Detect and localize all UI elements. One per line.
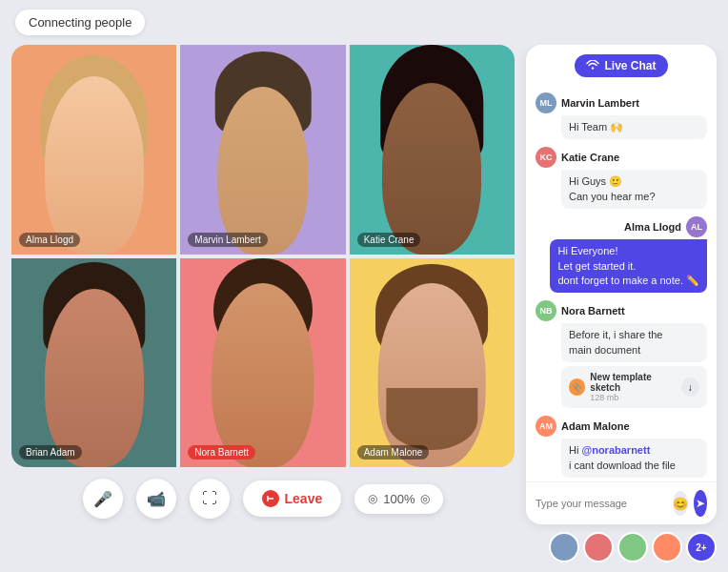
video-bg-alma	[11, 45, 176, 255]
video-button[interactable]: 📹	[136, 479, 176, 519]
leave-label: Leave	[285, 491, 323, 506]
msg-adam: AM Adam Malone Hi @norabarnetti cant dow…	[536, 416, 707, 478]
camera-icon: 📹	[147, 490, 166, 508]
send-button[interactable]: ➤	[694, 490, 707, 517]
chat-input[interactable]	[536, 498, 667, 509]
sender-katie: Katie Crane	[561, 152, 619, 163]
strip-avatar-4[interactable]	[652, 532, 682, 562]
zoom-out-icon: ◎	[368, 492, 377, 505]
live-chat-badge: Live Chat	[575, 54, 667, 77]
leave-icon	[262, 490, 279, 507]
video-bg-brian	[11, 258, 176, 468]
toolbar: 🎤 📹 ⛶ Leave ◎ 100% ◎	[11, 467, 515, 532]
msg-header-alma: AL Alma Llogd	[624, 216, 707, 237]
strip-more[interactable]: 2+	[686, 532, 717, 562]
video-cell-alma: Alma Llogd	[11, 45, 176, 255]
chat-messages: ML Marvin Lambert Hi Team 🙌 KC Katie Cra…	[526, 87, 717, 481]
chat-panel: Live Chat ML Marvin Lambert Hi Team 🙌 KC…	[526, 45, 717, 524]
person-nora	[180, 258, 345, 468]
emoji-button[interactable]: 😊	[673, 491, 688, 516]
bubble-katie: Hi Guys 🙂Can you hear me?	[561, 170, 707, 209]
avatar-adam: AM	[536, 416, 556, 437]
sender-nora: Nora Barnett	[561, 305, 625, 317]
zoom-level: 100%	[383, 492, 415, 506]
msg-header-katie: KC Katie Crane	[536, 147, 707, 168]
chat-header: Live Chat	[526, 45, 717, 87]
video-cell-adam: Adam Malone	[350, 258, 515, 468]
msg-header-marvin: ML Marvin Lambert	[536, 92, 707, 113]
beard-adam	[387, 388, 477, 451]
video-bg-marvin	[180, 45, 345, 255]
avatar-strip: 2+	[0, 532, 728, 572]
face-alma	[45, 76, 144, 255]
bubble-adam: Hi @norabarnetti cant download the file	[561, 439, 707, 478]
zoom-in-icon: ◎	[420, 492, 430, 505]
video-label-alma: Alma Llogd	[19, 233, 80, 247]
wifi-icon	[586, 60, 599, 72]
video-bg-adam	[350, 258, 515, 468]
svg-point-2	[592, 67, 594, 69]
person-alma	[11, 45, 176, 255]
strip-avatar-2[interactable]	[583, 532, 614, 562]
video-label-marvin: Marvin Lambert	[188, 233, 267, 247]
mic-button[interactable]: 🎤	[83, 479, 123, 519]
bubble-alma: Hi Everyone!Let get started it.dont forg…	[550, 239, 707, 293]
expand-button[interactable]: ⛶	[190, 479, 230, 519]
face-nora	[212, 283, 313, 467]
download-button[interactable]: ↓	[681, 378, 699, 397]
person-adam	[350, 258, 515, 468]
msg-nora: NB Nora Barnett Before it, i share thema…	[536, 300, 707, 408]
avatar-nora: NB	[536, 300, 556, 321]
msg-marvin: ML Marvin Lambert Hi Team 🙌	[536, 92, 707, 139]
face-katie	[382, 83, 481, 255]
expand-icon: ⛶	[202, 490, 217, 507]
sender-adam: Adam Malone	[561, 420, 630, 432]
video-cell-nora: Nora Barnett	[180, 258, 345, 468]
strip-avatar-3[interactable]	[617, 532, 648, 562]
bubble-marvin: Hi Team 🙌	[561, 115, 707, 139]
person-brian	[11, 258, 176, 468]
face-brian	[45, 289, 144, 467]
attach-details: New template sketch 128 mb	[590, 372, 680, 402]
avatar-alma: AL	[686, 216, 707, 237]
header: Connecting people	[0, 0, 728, 45]
video-section: Alma Llogd Marvin Lambert	[11, 45, 515, 532]
app-title: Connecting people	[15, 10, 145, 35]
strip-avatar-1[interactable]	[549, 532, 579, 562]
live-chat-label: Live Chat	[604, 59, 656, 72]
attach-size: 128 mb	[590, 393, 680, 402]
avatar-katie: KC	[536, 147, 556, 168]
video-cell-brian: Brian Adam	[11, 258, 176, 468]
sender-alma: Alma Llogd	[624, 221, 681, 233]
sender-marvin: Marvin Lambert	[561, 97, 639, 109]
chat-input-area: 😊 ➤	[526, 481, 717, 524]
face-marvin	[217, 87, 308, 255]
person-katie	[350, 45, 515, 255]
attach-info: 📎 New template sketch 128 mb	[569, 372, 681, 402]
msg-header-adam: AM Adam Malone	[536, 416, 707, 437]
person-marvin	[180, 45, 345, 255]
video-label-brian: Brian Adam	[19, 445, 82, 460]
attach-icon: 📎	[569, 378, 585, 396]
send-icon: ➤	[696, 497, 705, 510]
attach-name: New template sketch	[590, 372, 680, 393]
attachment-nora: 📎 New template sketch 128 mb ↓	[561, 366, 707, 408]
main-content: Alma Llogd Marvin Lambert	[0, 45, 728, 532]
zoom-control: ◎ 100% ◎	[354, 484, 443, 514]
video-cell-marvin: Marvin Lambert	[180, 45, 345, 255]
video-grid: Alma Llogd Marvin Lambert	[11, 45, 515, 467]
bubble-nora: Before it, i share themain document	[561, 323, 707, 362]
msg-header-nora: NB Nora Barnett	[536, 300, 707, 321]
video-label-katie: Katie Crane	[357, 233, 421, 247]
leave-button[interactable]: Leave	[243, 480, 342, 517]
video-bg-katie	[350, 45, 515, 255]
msg-alma: AL Alma Llogd Hi Everyone!Let get starte…	[536, 216, 707, 293]
avatar-marvin: ML	[536, 92, 556, 113]
video-cell-katie: Katie Crane	[350, 45, 515, 255]
video-label-adam: Adam Malone	[357, 445, 430, 460]
mic-icon: 🎤	[93, 490, 112, 508]
video-bg-nora	[180, 258, 345, 468]
msg-katie: KC Katie Crane Hi Guys 🙂Can you hear me?	[536, 147, 707, 209]
video-label-nora: Nora Barnett	[188, 445, 255, 460]
mention-nora: @norabarnett	[581, 444, 650, 456]
